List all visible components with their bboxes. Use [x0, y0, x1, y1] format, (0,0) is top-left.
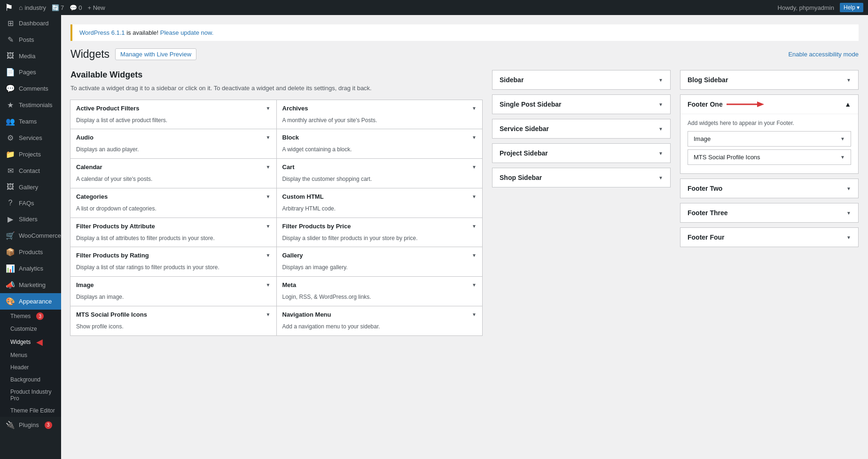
submenu-item-background[interactable]: Background	[0, 373, 61, 386]
sidebar-item-contact[interactable]: ✉ Contact	[0, 163, 61, 179]
chevron-down-icon: ▼	[846, 78, 851, 83]
widget-name: Filter Products by Attribute	[76, 223, 155, 230]
widget-categories[interactable]: Categories ▼	[70, 188, 276, 205]
chevron-down-icon: ▼	[472, 106, 477, 111]
widget-gallery[interactable]: Gallery ▼	[277, 247, 483, 264]
posts-icon: ✎	[6, 35, 15, 44]
sidebar-panel-header-shop[interactable]: Shop Sidebar ▼	[493, 168, 670, 187]
chevron-down-icon: ▼	[840, 155, 845, 160]
widget-audio[interactable]: Audio ▼	[70, 129, 276, 146]
widget-name: Filter Products by Rating	[76, 252, 149, 259]
site-name[interactable]: ⌂ industry	[19, 4, 46, 11]
sidebar-panel-header-footer-three[interactable]: Footer Three ▼	[680, 203, 858, 222]
accessibility-link[interactable]: Enable accessibility mode	[788, 51, 859, 58]
widget-mts-social[interactable]: MTS Social Profile Icons ▼	[70, 306, 276, 323]
widget-block[interactable]: Block ▼	[277, 129, 483, 146]
footer-one-content: Add widgets here to appear in your Foote…	[680, 114, 858, 173]
sidebar-item-gallery[interactable]: 🖼 Gallery	[0, 179, 61, 195]
comments-count[interactable]: 💬 0	[70, 4, 82, 11]
widget-custom-html[interactable]: Custom HTML ▼	[277, 188, 483, 205]
sidebar-item-projects[interactable]: 📁 Projects	[0, 146, 61, 163]
svg-marker-1	[757, 101, 764, 107]
widget-active-product-filters[interactable]: Active Product Filters ▼	[70, 100, 276, 117]
sidebar-item-plugins[interactable]: 🔌 Plugins 3	[0, 417, 61, 433]
sidebar-item-faqs[interactable]: ? FAQs	[0, 195, 61, 211]
chevron-down-icon: ▼	[266, 194, 271, 199]
widget-desc: Arbitrary HTML code.	[277, 205, 483, 218]
submenu-item-customize[interactable]: Customize	[0, 323, 61, 335]
footer-one-widget-mts-social-header[interactable]: MTS Social Profile Icons ▼	[688, 150, 851, 164]
update-now-link[interactable]: Please update now.	[160, 29, 213, 36]
widget-image[interactable]: Image ▼	[70, 277, 276, 293]
panel-title: Footer Two	[688, 185, 722, 192]
chevron-down-icon: ▼	[658, 126, 663, 132]
left-sidebar-panels: Sidebar ▼ Single Post Sidebar ▼ Service …	[492, 70, 671, 336]
sidebar-item-teams[interactable]: 👥 Teams	[0, 113, 61, 130]
update-count[interactable]: 🔄 7	[52, 4, 64, 11]
available-widgets-section: Available Widgets To activate a widget d…	[70, 70, 483, 336]
sidebar-item-sliders[interactable]: ▶ Sliders	[0, 211, 61, 227]
widget-meta[interactable]: Meta ▼	[277, 277, 483, 293]
widget-item: Image ▼ Displays an image.	[70, 276, 277, 306]
footer-one-widget-image-header[interactable]: Image ▼	[688, 132, 851, 146]
sidebar-panel-header-sidebar[interactable]: Sidebar ▼	[493, 70, 670, 89]
sidebar-panel-header-footer-two[interactable]: Footer Two ▼	[680, 179, 858, 198]
sidebar-label: FAQs	[19, 200, 34, 207]
widget-item: Meta ▼ Login, RSS, & WordPress.org links…	[276, 276, 483, 306]
widget-navigation-menu[interactable]: Navigation Menu ▼	[277, 306, 483, 323]
submenu-label: Background	[10, 376, 40, 383]
widget-name: Calendar	[76, 163, 102, 171]
sidebar-label: Products	[19, 249, 43, 256]
sidebar-item-posts[interactable]: ✎ Posts	[0, 31, 61, 48]
sidebar-item-comments[interactable]: 💬 Comments	[0, 80, 61, 97]
chevron-down-icon: ▼	[266, 312, 271, 317]
sidebar-item-dashboard[interactable]: ⊞ Dashboard	[0, 15, 61, 31]
sidebar-item-media[interactable]: 🖼 Media	[0, 48, 61, 64]
sidebar-panel-header-service[interactable]: Service Sidebar ▼	[493, 119, 670, 138]
sidebar-panel-header-project[interactable]: Project Sidebar ▼	[493, 144, 670, 163]
submenu-item-theme-file-editor[interactable]: Theme File Editor	[0, 405, 61, 417]
submenu-item-themes[interactable]: Themes 3	[0, 310, 61, 323]
footer-one-title-row: Footer One	[688, 101, 764, 108]
widget-calendar[interactable]: Calendar ▼	[70, 159, 276, 175]
sidebar-item-woocommerce[interactable]: 🛒 WooCommerce	[0, 227, 61, 244]
submenu-label: Product Industry Pro	[10, 389, 55, 402]
submenu-item-widgets[interactable]: Widgets ◀	[0, 335, 61, 349]
new-content-button[interactable]: + New	[87, 4, 105, 11]
page-header: Widgets Manage with Live Preview Enable …	[70, 48, 859, 61]
panel-title: Single Post Sidebar	[500, 101, 561, 108]
widget-item: Audio ▼ Displays an audio player.	[70, 129, 277, 159]
widget-desc: Displays an image.	[70, 293, 276, 306]
help-button[interactable]: Help ▾	[840, 3, 863, 12]
sidebar-item-appearance[interactable]: 🎨 Appearance	[0, 293, 61, 310]
sidebar-panel-header-blog[interactable]: Blog Sidebar ▼	[680, 70, 858, 89]
sidebar-item-testimonials[interactable]: ★ Testimonials	[0, 97, 61, 113]
wp-version-link[interactable]: WordPress 6.1.1	[79, 29, 125, 36]
submenu-item-menus[interactable]: Menus	[0, 349, 61, 361]
chevron-down-icon: ▼	[266, 135, 271, 140]
sidebar-item-marketing[interactable]: 📣 Marketing	[0, 277, 61, 293]
sidebar-panel-header-single-post[interactable]: Single Post Sidebar ▼	[493, 95, 670, 114]
sidebar-item-products[interactable]: 📦 Products	[0, 244, 61, 260]
submenu-item-product-industry-pro[interactable]: Product Industry Pro	[0, 386, 61, 405]
admin-bar: ⚑ ⌂ industry 🔄 7 💬 0 + New Howdy, phpmya…	[0, 0, 868, 15]
manage-live-preview-button[interactable]: Manage with Live Preview	[115, 48, 196, 60]
chevron-down-icon: ▼	[658, 78, 663, 83]
submenu-item-header[interactable]: Header	[0, 361, 61, 373]
sidebar-panel-header-footer-one[interactable]: Footer One ▲	[680, 95, 858, 114]
wp-logo-icon[interactable]: ⚑	[5, 2, 13, 13]
sidebar-item-analytics[interactable]: 📊 Analytics	[0, 260, 61, 277]
sidebar-label: Services	[19, 134, 42, 141]
sidebar-panel-header-footer-four[interactable]: Footer Four ▼	[680, 228, 858, 247]
sidebar-label: Gallery	[19, 184, 38, 191]
widget-filter-products-attribute[interactable]: Filter Products by Attribute ▼	[70, 218, 276, 234]
sidebar-item-pages[interactable]: 📄 Pages	[0, 64, 61, 80]
widget-filter-products-rating[interactable]: Filter Products by Rating ▼	[70, 247, 276, 264]
sidebar-panel-footer-four: Footer Four ▼	[680, 227, 859, 247]
notice-text: is available!	[126, 29, 160, 36]
widget-filter-products-price[interactable]: Filter Products by Price ▼	[277, 218, 483, 234]
widget-archives[interactable]: Archives ▼	[277, 100, 483, 117]
footer-one-widget-image: Image ▼	[688, 131, 851, 147]
widget-cart[interactable]: Cart ▼	[277, 159, 483, 175]
sidebar-item-services[interactable]: ⚙ Services	[0, 130, 61, 146]
